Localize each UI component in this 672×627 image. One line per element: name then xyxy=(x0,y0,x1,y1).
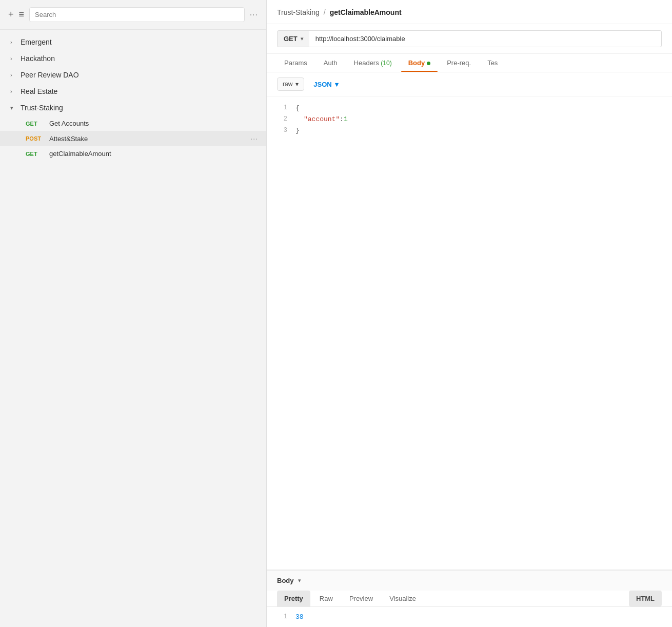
search-input[interactable] xyxy=(29,7,245,22)
line-number: 2 xyxy=(277,114,287,125)
raw-select[interactable]: raw ▾ xyxy=(277,77,304,91)
sidebar-more-icon[interactable]: ··· xyxy=(250,10,258,19)
breadcrumb-separator: / xyxy=(324,8,326,16)
collection-label: Hackathon xyxy=(21,54,55,63)
trust-staking-requests: GET Get Accounts POST Attest&Stake ··· G… xyxy=(0,116,266,161)
tab-auth[interactable]: Auth xyxy=(317,54,345,72)
collection-label: Trust-Staking xyxy=(21,104,63,112)
chevron-icon xyxy=(10,55,16,62)
response-body: 1 38 xyxy=(267,607,672,627)
response-chevron-icon: ▾ xyxy=(298,577,301,584)
body-editor-toolbar: raw ▾ JSON ▾ xyxy=(267,72,672,96)
collection-label: Real Estate xyxy=(21,87,57,95)
body-dot xyxy=(427,62,430,65)
raw-label: raw xyxy=(283,81,292,88)
breadcrumb-current: getClaimableAmount xyxy=(330,8,402,16)
method-badge-post: POST xyxy=(26,135,44,142)
response-label: Body xyxy=(277,577,294,584)
breadcrumb-parent: Trust-Staking xyxy=(277,8,320,16)
request-name: Attest&Stake xyxy=(49,135,245,143)
main-panel: Trust-Staking / getClaimableAmount GET ▾… xyxy=(267,0,672,627)
code-content: { xyxy=(295,103,300,114)
request-item-attest-stake[interactable]: POST Attest&Stake ··· xyxy=(0,131,266,146)
format-chevron-icon: ▾ xyxy=(295,81,299,88)
response-tabs: Pretty Raw Preview Visualize HTML xyxy=(267,591,672,607)
response-tab-raw[interactable]: Raw xyxy=(312,591,340,606)
request-item-get-accounts[interactable]: GET Get Accounts xyxy=(0,116,266,131)
response-tab-preview[interactable]: Preview xyxy=(342,591,380,606)
sidebar-header: + ≡ ··· xyxy=(0,0,266,30)
sidebar-item-emergent[interactable]: Emergent xyxy=(0,34,266,50)
response-line-1: 1 38 xyxy=(277,613,662,621)
json-label: JSON xyxy=(313,81,331,88)
json-chevron-icon: ▾ xyxy=(335,81,339,88)
method-badge-get: GET xyxy=(26,151,44,157)
request-item-get-claimable-amount[interactable]: GET getClaimableAmount xyxy=(0,146,266,161)
code-editor[interactable]: 1 { 2 "account":1 3 } xyxy=(267,96,672,570)
sidebar: + ≡ ··· Emergent Hackathon Peer Review D… xyxy=(0,0,267,627)
request-name: getClaimableAmount xyxy=(49,150,258,158)
request-more-icon[interactable]: ··· xyxy=(250,134,258,143)
filter-icon[interactable]: ≡ xyxy=(19,9,25,20)
collection-label: Peer Review DAO xyxy=(21,71,79,79)
request-name: Get Accounts xyxy=(49,120,258,127)
tab-params[interactable]: Params xyxy=(277,54,314,72)
response-header[interactable]: Body ▾ xyxy=(267,571,672,591)
add-icon[interactable]: + xyxy=(8,9,14,20)
tab-tests[interactable]: Tes xyxy=(480,54,505,72)
request-bar: GET ▾ xyxy=(267,24,672,54)
tab-body[interactable]: Body xyxy=(401,54,438,72)
response-tab-visualize[interactable]: Visualize xyxy=(382,591,423,606)
sidebar-item-real-estate[interactable]: Real Estate xyxy=(0,83,266,100)
response-section: Body ▾ Pretty Raw Preview Visualize HTML… xyxy=(267,570,672,627)
tab-pre-req[interactable]: Pre-req. xyxy=(440,54,478,72)
code-line-3: 3 } xyxy=(277,125,662,136)
chevron-down-icon: ▾ xyxy=(301,36,303,42)
response-tab-pretty[interactable]: Pretty xyxy=(277,591,310,606)
sidebar-collection-list: Emergent Hackathon Peer Review DAO Real … xyxy=(0,30,266,627)
code-content: "account":1 xyxy=(304,114,348,125)
sidebar-item-trust-staking[interactable]: Trust-Staking xyxy=(0,100,266,116)
chevron-icon xyxy=(10,72,16,78)
breadcrumb: Trust-Staking / getClaimableAmount xyxy=(267,0,672,24)
tabs-bar: Params Auth Headers (10) Body Pre-req. T… xyxy=(267,54,672,72)
chevron-icon xyxy=(10,39,16,45)
collection-label: Emergent xyxy=(21,38,52,46)
code-line-1: 1 { xyxy=(277,103,662,114)
chevron-icon xyxy=(10,105,16,111)
code-content: } xyxy=(295,125,300,136)
sidebar-item-hackathon[interactable]: Hackathon xyxy=(0,50,266,67)
method-label: GET xyxy=(284,35,298,43)
method-badge-get: GET xyxy=(26,121,44,127)
response-value: 38 xyxy=(295,613,304,621)
code-line-2: 2 "account":1 xyxy=(277,114,662,125)
sidebar-item-peer-review-dao[interactable]: Peer Review DAO xyxy=(0,67,266,83)
chevron-icon xyxy=(10,88,16,94)
response-format-html[interactable]: HTML xyxy=(629,591,662,606)
url-input[interactable] xyxy=(309,30,662,47)
json-select[interactable]: JSON ▾ xyxy=(309,78,342,91)
line-number: 1 xyxy=(277,103,287,114)
line-number: 3 xyxy=(277,125,287,136)
method-select[interactable]: GET ▾ xyxy=(277,30,309,47)
tab-headers[interactable]: Headers (10) xyxy=(347,54,399,72)
headers-badge: (10) xyxy=(381,60,391,67)
line-number: 1 xyxy=(277,613,287,621)
